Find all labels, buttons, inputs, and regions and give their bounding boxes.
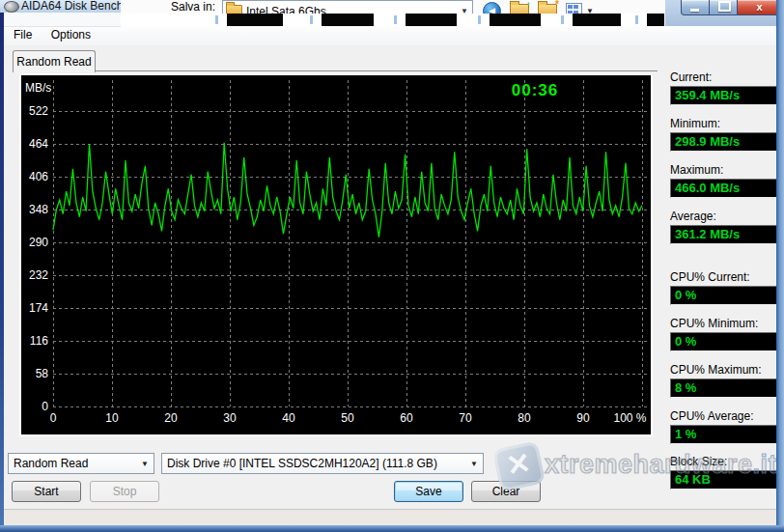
tab-strip-line: [94, 70, 658, 71]
x-tick-label: 20: [156, 411, 185, 425]
elapsed-timer: 00:36: [496, 81, 574, 100]
close-icon: x: [738, 0, 781, 14]
chart-canvas: [21, 75, 651, 434]
x-tick-label: 10: [98, 411, 126, 425]
save-button[interactable]: Save: [394, 481, 463, 502]
menu-options[interactable]: Options: [43, 26, 98, 45]
window-border-bottom: [0, 525, 784, 532]
y-tick-label: 290: [23, 236, 48, 249]
save-dialog-fragment: Salva in: Intel Sata 6Gbs ▼ ◀ ↑ * ▼: [121, 0, 666, 26]
start-button[interactable]: Start: [12, 481, 81, 502]
stat-label: Minimum:: [670, 117, 720, 130]
dialog-bottom-fragment: [0, 509, 784, 526]
y-tick-label: 232: [23, 268, 48, 282]
file-icon-fragment: [215, 15, 218, 24]
file-thumbnail: [573, 14, 621, 26]
x-tick-label: 70: [451, 411, 480, 425]
clear-button[interactable]: Clear: [471, 481, 541, 502]
stats-panel: Current:359.4 MB/sMinimum:298.9 MB/sMaxi…: [670, 0, 773, 532]
file-thumbnail: [490, 14, 541, 26]
chevron-down-icon: ▼: [470, 460, 478, 468]
disk-benchmark-app-icon: [4, 1, 19, 13]
up-arrow-glyph: ↑: [526, 0, 531, 10]
stat-label: CPU% Maximum:: [670, 363, 762, 377]
stat-value: 64 KB: [670, 470, 777, 490]
stat-value: 359.4 MB/s: [670, 86, 777, 105]
x-tick-label: 0: [39, 411, 68, 425]
window-border-left: [0, 13, 4, 532]
maximize-icon: [718, 1, 731, 12]
stat-label: CPU% Current:: [670, 270, 750, 284]
file-icon-fragment: [635, 15, 638, 24]
y-tick-label: 174: [23, 301, 48, 315]
minimize-icon: [690, 9, 699, 12]
stat-label: CPU% Minimum:: [670, 317, 758, 330]
menu-file[interactable]: File: [6, 26, 40, 45]
aida64-disk-benchmark-window: AIDA64 Disk Benchm Salva in: Intel Sata …: [0, 0, 784, 532]
stop-button: Stop: [90, 481, 159, 502]
stat-value: 466.0 MB/s: [670, 179, 777, 198]
stat-value: 298.9 MB/s: [670, 132, 777, 152]
y-tick-label: 522: [23, 104, 48, 118]
tab-random-read[interactable]: Random Read: [13, 50, 96, 72]
save-in-label: Salva in:: [171, 0, 215, 14]
y-tick-label: 58: [23, 367, 48, 380]
titlebar-fragment: AIDA64 Disk Benchm: [0, 0, 121, 13]
x-tick-label: 60: [392, 411, 421, 425]
disk-drive-value: Disk Drive #0 [INTEL SSDSC2MH120A2] (111…: [167, 457, 437, 470]
x-tick-label: 100 %: [604, 411, 647, 425]
chevron-down-icon: ▼: [141, 460, 149, 468]
file-icon-fragment: [310, 15, 313, 24]
file-thumbnail-strip: [121, 14, 664, 26]
titlebar-under-fragment: [0, 13, 121, 27]
test-type-combobox[interactable]: Random Read ▼: [8, 453, 154, 474]
menubar: File Options: [4, 26, 776, 45]
benchmark-chart: MB/s 00:36 52246440634829023217411658001…: [19, 73, 653, 436]
file-thumbnail: [406, 14, 457, 26]
minimize-button[interactable]: [681, 0, 710, 15]
x-tick-label: 30: [215, 411, 244, 425]
disk-drive-combobox[interactable]: Disk Drive #0 [INTEL SSDSC2MH120A2] (111…: [161, 453, 484, 474]
x-tick-label: 90: [569, 411, 598, 425]
stat-label: Current:: [670, 70, 712, 84]
stat-label: Average:: [670, 210, 716, 223]
window-border-right: [776, 0, 784, 532]
y-axis-unit: MB/s: [25, 81, 51, 95]
file-icon-fragment: [561, 15, 564, 24]
x-tick-label: 40: [274, 411, 303, 425]
file-thumbnail: [647, 14, 664, 26]
maximize-button[interactable]: [710, 0, 737, 15]
x-tick-label: 50: [333, 411, 362, 425]
new-star-glyph: *: [555, 0, 559, 10]
close-button[interactable]: x: [737, 0, 782, 15]
stat-value: 8 %: [670, 378, 777, 398]
x-tick-label: 80: [510, 411, 539, 425]
y-tick-label: 464: [23, 137, 48, 151]
window-title: AIDA64 Disk Benchm: [21, 0, 121, 13]
stat-value: 0 %: [670, 332, 777, 351]
y-tick-label: 406: [23, 170, 48, 183]
file-icon-fragment: [394, 15, 397, 24]
file-thumbnail: [227, 14, 283, 26]
stat-value: 0 %: [670, 286, 777, 305]
test-type-value: Random Read: [14, 457, 88, 470]
file-thumbnail: [322, 14, 374, 26]
y-tick-label: 348: [23, 203, 48, 216]
file-icon-fragment: [478, 15, 481, 24]
caption-fragment: x: [665, 0, 784, 26]
stat-label: Maximum:: [670, 163, 723, 177]
stat-value: 361.2 MB/s: [670, 225, 777, 244]
stat-label: Block Size:: [670, 455, 727, 468]
stat-value: 1 %: [670, 425, 777, 444]
y-tick-label: 116: [23, 334, 48, 348]
stat-label: CPU% Average:: [670, 409, 754, 423]
